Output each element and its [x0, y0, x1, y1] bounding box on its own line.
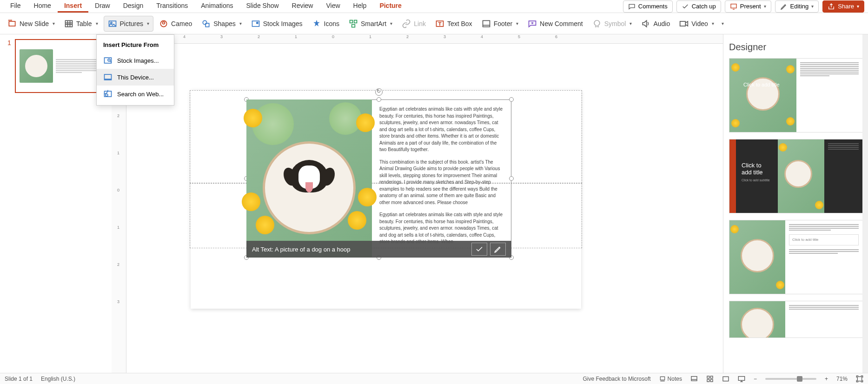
- zoom-level[interactable]: 71%: [836, 376, 848, 382]
- zoom-out[interactable]: −: [754, 376, 757, 382]
- video-button[interactable]: Video▾: [676, 16, 718, 31]
- svg-rect-9: [252, 21, 259, 26]
- icons-icon: [312, 19, 321, 28]
- svg-rect-16: [680, 21, 686, 26]
- alt-text-approve[interactable]: [471, 243, 487, 256]
- tab-transitions[interactable]: Transitions: [150, 0, 194, 13]
- canvas-area[interactable]: 54 32 10 12 34 56 2 1 0 1 2 3: [112, 34, 723, 373]
- stock-icon: [251, 19, 260, 28]
- inserted-picture[interactable]: [246, 99, 372, 258]
- present-button[interactable]: Present▾: [725, 0, 771, 13]
- dropdown-this-device[interactable]: This Device...: [97, 69, 174, 86]
- pencil-icon: [780, 3, 788, 10]
- tab-home[interactable]: Home: [27, 0, 58, 13]
- newcomment-icon: [528, 19, 537, 28]
- view-sorter[interactable]: [706, 375, 714, 383]
- design-suggestion-2[interactable]: Click to add title Click to add subtitle: [729, 139, 863, 213]
- svg-rect-27: [723, 377, 729, 381]
- pictures-dropdown: Insert Picture From Stock Images... This…: [96, 34, 174, 106]
- audio-button[interactable]: Audio: [637, 16, 674, 31]
- thumb-text-preview: [56, 59, 99, 73]
- newcomment-button[interactable]: New Comment: [524, 16, 587, 31]
- newslide-button[interactable]: New Slide▾: [4, 16, 59, 31]
- zoom-in[interactable]: +: [825, 376, 828, 382]
- vertical-scrollbar[interactable]: [862, 34, 868, 373]
- smartart-button[interactable]: SmartArt▾: [345, 16, 396, 31]
- view-normal[interactable]: [690, 375, 698, 383]
- designer-title: Designer: [729, 42, 862, 53]
- feedback-link[interactable]: Give Feedback to Microsoft: [583, 376, 651, 382]
- stock-images-icon: [103, 56, 113, 65]
- audio-icon: [641, 19, 650, 28]
- svg-rect-29: [857, 377, 861, 381]
- design-suggestion-3[interactable]: Click to add title: [729, 220, 863, 294]
- share-button[interactable]: Share▾: [822, 0, 864, 13]
- link-button[interactable]: Link: [398, 16, 430, 31]
- tab-picture[interactable]: Picture: [373, 0, 408, 13]
- tab-view[interactable]: View: [319, 0, 346, 13]
- tab-animations[interactable]: Animations: [194, 0, 239, 13]
- comments-button[interactable]: Comments: [623, 0, 673, 13]
- tab-insert[interactable]: Insert: [58, 0, 88, 13]
- ribbon-collapse[interactable]: ▾: [722, 21, 724, 26]
- slide-text-content[interactable]: Egyptian art celebrates animals like cat…: [372, 99, 511, 258]
- icons-button[interactable]: Icons: [308, 16, 343, 31]
- table-button[interactable]: Table▾: [60, 16, 101, 31]
- fit-icon: [856, 375, 863, 383]
- zoom-thumb[interactable]: [797, 376, 802, 382]
- slide-counter[interactable]: Slide 1 of 1: [5, 376, 33, 382]
- slideshow-view-icon: [738, 375, 745, 383]
- svg-rect-25: [707, 379, 709, 382]
- zoom-slider[interactable]: [765, 378, 816, 380]
- symbol-button[interactable]: Symbol▾: [589, 16, 636, 31]
- view-slideshow[interactable]: [738, 375, 745, 383]
- shapes-button[interactable]: Shapes▾: [198, 16, 245, 31]
- tab-file[interactable]: File: [4, 0, 27, 13]
- ribbon: New Slide▾ Table▾ Pictures▾ Cameo Shapes…: [0, 13, 868, 34]
- dropdown-header: Insert Picture From: [97, 38, 174, 52]
- notes-toggle[interactable]: Notes: [659, 376, 682, 382]
- svg-rect-22: [691, 376, 697, 380]
- dropdown-stock-images[interactable]: Stock Images...: [97, 52, 174, 69]
- footer-button[interactable]: Footer▾: [478, 16, 522, 31]
- cameo-button[interactable]: Cameo: [155, 16, 196, 31]
- statusbar: Slide 1 of 1 English (U.S.) Give Feedbac…: [0, 373, 868, 384]
- dropdown-search-web[interactable]: Search on Web...: [97, 86, 174, 102]
- svg-rect-15: [483, 20, 490, 26]
- language-status[interactable]: English (U.S.): [41, 376, 75, 382]
- slide-thumbnail-1[interactable]: [15, 39, 104, 93]
- tab-draw[interactable]: Draw: [88, 0, 117, 13]
- fit-to-window[interactable]: [856, 375, 863, 383]
- textbox-button[interactable]: Text Box: [431, 16, 476, 31]
- selected-content-group[interactable]: Egyptian art celebrates animals like cat…: [246, 99, 511, 258]
- smartart-icon: [349, 19, 358, 28]
- svg-rect-19: [105, 74, 112, 79]
- alt-text-edit[interactable]: [490, 243, 506, 256]
- view-reading[interactable]: [722, 375, 729, 383]
- table-icon: [64, 19, 73, 28]
- editing-button[interactable]: Editing▾: [775, 0, 819, 13]
- tab-slideshow[interactable]: Slide Show: [240, 0, 285, 13]
- link-icon: [402, 19, 411, 28]
- web-icon: [103, 89, 113, 99]
- svg-point-7: [203, 20, 207, 24]
- share-icon: [828, 3, 835, 10]
- tab-help[interactable]: Help: [347, 0, 373, 13]
- stock-button[interactable]: Stock Images: [247, 16, 306, 31]
- tab-design[interactable]: Design: [117, 0, 150, 13]
- sorter-view-icon: [706, 375, 714, 383]
- catchup-button[interactable]: Catch up: [676, 0, 721, 13]
- menu-tabs: File Home Insert Draw Design Transitions…: [4, 0, 408, 13]
- design-suggestion-1[interactable]: Click to add title: [729, 58, 863, 132]
- pictures-button[interactable]: Pictures▾: [104, 16, 154, 32]
- horizontal-ruler: 54 32 10 12 34 56: [126, 34, 723, 44]
- tab-review[interactable]: Review: [285, 0, 320, 13]
- design-suggestion-4[interactable]: [729, 301, 863, 338]
- notes-icon: [659, 376, 666, 382]
- svg-rect-0: [731, 4, 736, 8]
- device-icon: [103, 73, 113, 82]
- rotation-handle[interactable]: [375, 88, 383, 96]
- shapes-icon: [201, 19, 211, 28]
- alt-text-bar: Alt Text: A picture of a dog on a hoop: [246, 241, 511, 258]
- edit-icon: [494, 245, 502, 253]
